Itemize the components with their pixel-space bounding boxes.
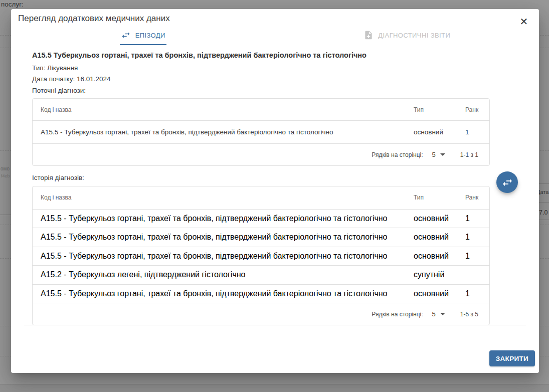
cell-rank: 1 [463, 128, 489, 136]
dialog-actions: ЗАКРИТИ [489, 350, 535, 366]
episode-title: A15.5 Туберкульоз гортані, трахеї та бро… [32, 50, 490, 60]
column-header-type: Тип [414, 194, 463, 201]
cell-type: основний [414, 252, 463, 261]
background-text-fragment: f4eb [1, 173, 10, 178]
rows-per-page-value: 5 [432, 151, 436, 158]
column-header-type: Тип [414, 106, 463, 113]
cell-rank: 1 [463, 289, 489, 298]
cell-rank: 1 [463, 214, 489, 223]
column-header-rank: Ранк [463, 194, 489, 201]
rows-per-page-select[interactable]: 5 [432, 310, 445, 318]
table-header-row: Код і назва Тип Ранк [33, 99, 489, 121]
pagination-range: 1-5 з 5 [460, 311, 478, 318]
close-icon[interactable]: ✕ [517, 15, 531, 29]
cell-type: основний [414, 214, 463, 223]
cell-code-name: A15.5 - Туберкульоз гортані, трахеї та б… [33, 233, 414, 242]
table-pagination: Рядків на сторінці: 5 1-1 з 1 [33, 144, 489, 165]
column-header-code-name: Код і назва [33, 194, 414, 201]
tab-bar: ЕПІЗОДИ ДІАГНОСТИЧНІ ЗВІТИ [11, 28, 539, 51]
rows-per-page-select[interactable]: 5 [432, 151, 445, 158]
history-diagnoses-label: Історія діагнозів: [32, 172, 490, 183]
table-header-row: Код і назва Тип Ранк [33, 186, 489, 210]
cell-rank: 1 [463, 233, 489, 242]
current-diagnoses-table: Код і назва Тип Ранк A15.5 - Туберкульоз… [32, 98, 490, 166]
chevron-down-icon [440, 153, 445, 156]
background-footer-strip [0, 384, 549, 392]
cell-code-name: A15.5 - Туберкульоз гортані, трахеї та б… [33, 128, 414, 136]
table-row: A15.2 - Туберкульоз легені, підтверджени… [33, 266, 489, 285]
column-header-code-name: Код і назва [33, 106, 414, 113]
episode-panel: A15.5 Туберкульоз гортані, трахеї та бро… [32, 50, 490, 325]
swap-horizontal-icon [121, 30, 131, 40]
table-row: A15.5 - Туберкульоз гортані, трахеї та б… [33, 285, 489, 304]
swap-episodes-fab[interactable] [496, 171, 518, 193]
table-row: A15.5 - Туберкульоз гортані, трахеї та б… [33, 121, 489, 144]
tab-episodes[interactable]: ЕПІЗОДИ [11, 28, 275, 51]
swap-horizontal-icon [501, 176, 513, 188]
cell-code-name: A15.5 - Туберкульоз гортані, трахеї та б… [33, 289, 414, 298]
rows-per-page-value: 5 [432, 310, 436, 318]
table-row: A15.5 - Туберкульоз гортані, трахеї та б… [33, 210, 489, 229]
cell-rank: 1 [463, 252, 489, 261]
episode-type: Тип: Лікування [32, 63, 490, 74]
table-row: A15.5 - Туберкульоз гортані, трахеї та б… [33, 247, 489, 266]
rows-per-page-label: Рядків на сторінці: [372, 311, 423, 318]
additional-medical-data-dialog: Перегляд додаткових медичних даних ✕ ЕПІ… [11, 9, 539, 373]
content-divider [24, 325, 526, 325]
episode-start-date: Дата початку: 16.01.2024 [32, 74, 490, 85]
background-table-line [0, 215, 11, 215]
cell-type: супутній [414, 270, 463, 279]
pagination-range: 1-1 з 1 [460, 151, 478, 158]
close-button[interactable]: ЗАКРИТИ [489, 350, 535, 366]
cell-type: основний [414, 128, 463, 136]
background-text-fragment: омо [1, 166, 10, 171]
column-header-rank: Ранк [463, 106, 489, 113]
cell-type: основний [414, 233, 463, 242]
note-add-icon [363, 30, 374, 40]
history-diagnoses-table: Код і назва Тип Ранк A15.5 - Туберкульоз… [32, 186, 490, 326]
table-row: A15.5 - Туберкульоз гортані, трахеї та б… [33, 228, 489, 247]
tab-label: ДІАГНОСТИЧНІ ЗВІТИ [378, 32, 450, 39]
chevron-down-icon [440, 313, 445, 315]
cell-code-name: A15.5 - Туберкульоз гортані, трахеї та б… [33, 214, 414, 223]
cell-code-name: A15.5 - Туберкульоз гортані, трахеї та б… [33, 252, 414, 261]
table-pagination: Рядків на сторінці: 5 1-5 з 5 [33, 303, 489, 325]
current-diagnoses-label: Поточні діагнози: [32, 85, 490, 96]
tab-label: ЕПІЗОДИ [135, 32, 165, 39]
rows-per-page-label: Рядків на сторінці: [372, 151, 423, 158]
cell-code-name: A15.2 - Туберкульоз легені, підтверджени… [33, 270, 414, 279]
dialog-title: Перегляд додаткових медичних даних [18, 14, 170, 24]
background-text-fragment: послуг: [1, 1, 24, 8]
tab-diagnostic-reports: ДІАГНОСТИЧНІ ЗВІТИ [275, 28, 539, 51]
cell-type: основний [414, 289, 463, 298]
